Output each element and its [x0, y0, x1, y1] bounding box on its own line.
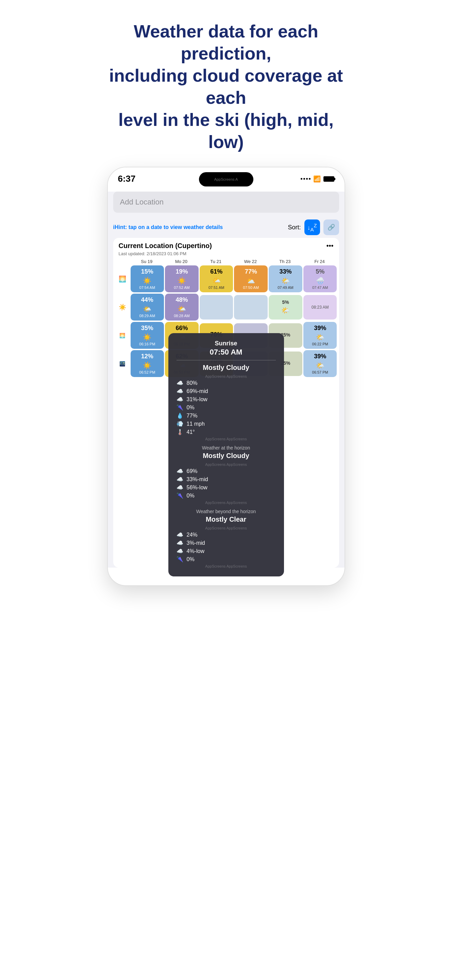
location-title: Current Location (Cupertino): [119, 242, 212, 250]
watermark-4: AppScreens AppScreens: [176, 501, 276, 504]
popup-beyond-precip: 🌂 0%: [176, 556, 276, 563]
page-headline: Weather data for each prediction, includ…: [107, 21, 345, 153]
midday-row-icon: ☀️: [115, 304, 130, 311]
status-time: 6:37: [118, 173, 136, 184]
beyond-low-icon: ☁️: [176, 548, 183, 554]
weather-cell-su-afternoon[interactable]: 35% ☀️ 06:16 PM: [131, 322, 164, 349]
afternoon-row-icon: 🌅: [115, 333, 130, 338]
popup-beyond-type: Mostly Clear: [176, 515, 276, 523]
day-su: Su 19: [130, 259, 164, 264]
dynamic-island: AppScreens A: [199, 172, 254, 186]
popup-horizon-precip: 🌂 0%: [176, 492, 276, 499]
horizon-mid-icon: ☁️: [176, 476, 183, 482]
beyond-cloud-icon: ☁️: [176, 531, 183, 538]
search-placeholder: Add Location: [120, 198, 163, 206]
precip-icon: 🌂: [176, 404, 183, 411]
horizon-cloud-icon: ☁️: [176, 468, 183, 474]
popup-beyond-cloud: ☁️ 24%: [176, 531, 276, 538]
watermark-1: AppScreens AppScreens: [176, 374, 276, 379]
watermark-2: AppScreens AppScreens: [176, 437, 276, 441]
weather-cell-fr-sunrise[interactable]: 5% 🌧️ 07:47 AM: [303, 266, 337, 292]
phone-frame: 6:37 AppScreens A 📶 Add Location iHint: …: [107, 167, 345, 586]
midday-row: ☀️ 44% 🌤️ 08:29 AM 48% 🌤️ 08:28 AM: [115, 294, 337, 321]
watermark-6: AppScreens AppScreens: [176, 564, 276, 568]
horizon-precip-icon: 🌂: [176, 492, 183, 499]
sunrise-row-icon: 🌅: [115, 275, 130, 283]
wind-icon: 💨: [176, 421, 183, 427]
status-bar: 6:37 AppScreens A 📶: [108, 167, 344, 188]
weather-cell-tu-sunrise[interactable]: 61% 🌤️ 07:51 AM: [200, 266, 233, 292]
location-menu-button[interactable]: •••: [326, 242, 333, 250]
popup-sunrise-label: Sunrise: [176, 340, 276, 347]
weather-cell-fr-sunset[interactable]: 39% 🌤️ 06:57 PM: [303, 350, 337, 377]
popup-horizon-type: Mostly Cloudy: [176, 452, 276, 460]
watermark-5: AppScreens AppScreens: [176, 526, 276, 530]
weather-cell-we-sunrise[interactable]: 77% ⛅ 07:50 AM: [234, 266, 268, 292]
weather-cell-we-midday[interactable]: [234, 295, 268, 320]
popup-weather-type: Mostly Cloudy: [176, 364, 276, 372]
battery-icon: [324, 176, 334, 182]
popup-precipitation: 🌂 0%: [176, 404, 276, 411]
weather-cell-fr-afternoon[interactable]: 39% 🌤️ 06:22 PM: [303, 322, 337, 349]
sort-controls: Sort: ↓AZ 🔗: [288, 220, 339, 235]
watermark-3: AppScreens AppScreens: [176, 463, 276, 466]
day-mo: Mo 20: [164, 259, 198, 264]
status-icons: 📶: [301, 175, 334, 183]
hint-text: iHint: tap on a date to view weather det…: [113, 224, 223, 231]
weather-cell-su-midday[interactable]: 44% 🌤️ 08:29 AM: [131, 294, 164, 321]
popup-beyond-header: Weather beyond the horizon: [176, 509, 276, 514]
weather-cell-fr-midday[interactable]: 08:23 AM: [303, 295, 337, 320]
days-header: Su 19 Mo 20 Tu 21 We 22 Th 23 Fr 24: [113, 259, 339, 264]
sort-custom-button[interactable]: 🔗: [324, 220, 339, 235]
day-we: We 22: [233, 259, 268, 264]
location-card: Current Location (Cupertino) ••• Last up…: [113, 238, 339, 568]
sort-az-button[interactable]: ↓AZ: [305, 220, 320, 235]
popup-horizon-low: ☁️ 56%-low: [176, 484, 276, 491]
app-content: Add Location iHint: tap on a date to vie…: [108, 192, 344, 568]
weather-cell-mo-midday[interactable]: 48% 🌤️ 08:28 AM: [165, 294, 198, 321]
popup-wind: 💨 11 mph: [176, 421, 276, 427]
popup-beyond-low: ☁️ 4%-low: [176, 548, 276, 554]
hint-sort-row: iHint: tap on a date to view weather det…: [108, 217, 344, 238]
beyond-mid-icon: ☁️: [176, 540, 183, 546]
day-th: Th 23: [268, 259, 302, 264]
weather-cell-su-sunset[interactable]: 12% ☀️ 06:52 PM: [131, 350, 164, 377]
popup-cloud-low: ☁️ 31%-low: [176, 396, 276, 402]
popup-cloud-mid: ☁️ 69%-mid: [176, 388, 276, 395]
sunrise-row: 🌅 15% ☀️ 07:54 AM 19% ☀️ 07:52 AM 61% 🌤️: [115, 266, 337, 292]
cloud-low-icon: ☁️: [176, 396, 183, 402]
popup-sunrise-value: 07:50 AM: [176, 348, 276, 356]
horizon-low-icon: ☁️: [176, 484, 183, 491]
sort-label: Sort:: [288, 224, 301, 231]
popup-horizon-mid: ☁️ 33%-mid: [176, 476, 276, 482]
weather-cell-mo-sunrise[interactable]: 19% ☀️ 07:52 AM: [165, 266, 198, 292]
sunset-row-icon: 🌃: [115, 361, 130, 366]
popup-horizon-header: Weather at the horizon: [176, 445, 276, 450]
weather-detail-popup[interactable]: Sunrise 07:50 AM Mostly Cloudy AppScreen…: [168, 333, 284, 576]
cloud-mid-icon: ☁️: [176, 388, 183, 395]
last-updated: Last updated: 2/18/2023 01:06 PM: [113, 251, 339, 259]
signal-icon: [301, 178, 311, 180]
temp-icon: 🌡️: [176, 429, 183, 435]
popup-humidity: 💧 77%: [176, 412, 276, 419]
cloud-icon: ☁️: [176, 380, 183, 386]
popup-cloud-high: ☁️ 80%: [176, 380, 276, 386]
weather-cell-th-midday[interactable]: 5% 🌤️: [269, 295, 302, 320]
wifi-icon: 📶: [313, 175, 321, 183]
day-fr: Fr 24: [302, 259, 337, 264]
popup-temperature: 🌡️ 41°: [176, 429, 276, 435]
beyond-precip-icon: 🌂: [176, 556, 183, 563]
weather-cell-tu-midday[interactable]: [200, 295, 233, 320]
humidity-icon: 💧: [176, 412, 183, 419]
weather-cell-su-sunrise[interactable]: 15% ☀️ 07:54 AM: [131, 266, 164, 292]
popup-beyond-mid: ☁️ 3%-mid: [176, 540, 276, 546]
day-tu: Tu 21: [198, 259, 233, 264]
weather-cell-th-sunrise[interactable]: 33% 🌤️ 07:49 AM: [269, 266, 302, 292]
location-header: Current Location (Cupertino) •••: [113, 238, 339, 251]
popup-horizon-cloud: ☁️ 69%: [176, 468, 276, 474]
search-bar[interactable]: Add Location: [113, 192, 339, 213]
